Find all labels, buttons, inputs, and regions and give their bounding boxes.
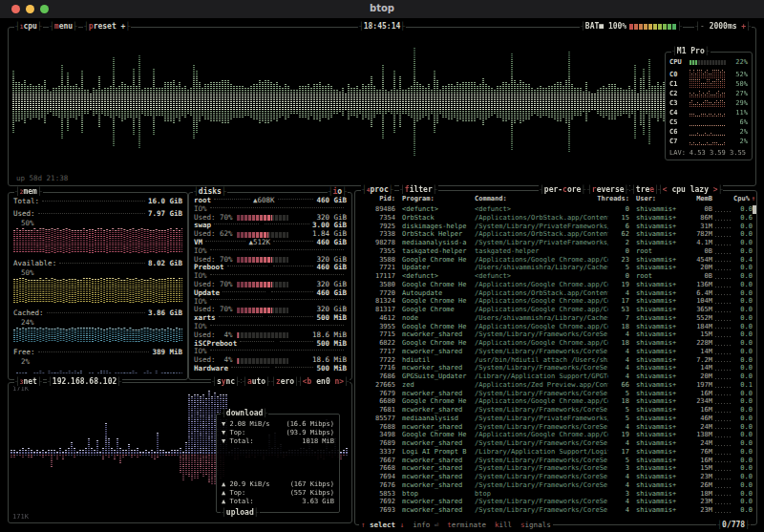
memory-field-row: Total: 16.0 GiB — [13, 197, 182, 206]
process-row[interactable]: 89486 <defunct> <defunct> 0 shivammis+ 0… — [359, 205, 753, 214]
process-row[interactable]: 7925 diskimages-helpe /System/Library/Pr… — [359, 223, 753, 231]
process-row[interactable]: 7721 Updater /Users/shivammishra/Library… — [359, 264, 753, 272]
process-threads: 62 — [608, 230, 629, 239]
core-usage-graph — [690, 98, 726, 107]
header-cpu[interactable]: Cpu% — [733, 195, 750, 203]
process-cpu-percent: 0.0 — [733, 473, 753, 481]
upload-stat-value: (557 Kibps) — [290, 489, 334, 498]
per-core-toggle[interactable]: per-core — [539, 185, 586, 195]
io-mode-button[interactable]: io — [328, 187, 348, 197]
dotted-leader — [278, 199, 314, 200]
process-threads: 4 — [608, 364, 629, 372]
process-mem: 16M — [684, 390, 712, 398]
process-row[interactable]: 3955 Google Chrome He /Applications/Goog… — [359, 323, 753, 331]
header-pid[interactable]: Pid: — [359, 195, 395, 203]
process-row[interactable]: 98278 mediaanalysisd-a /System/Library/P… — [359, 239, 753, 247]
process-program: OrbStack Helper — [402, 230, 473, 239]
process-row[interactable]: 81317 Google Chrome /Applications/Google… — [359, 306, 753, 314]
header-command[interactable]: Command: — [475, 195, 566, 203]
process-row[interactable]: 3580 Google Chrome He /Applications/Goog… — [359, 281, 753, 289]
process-command: /System/Library/Frameworks/CoreServi — [475, 506, 608, 515]
interface-switcher[interactable]: <b en0 n> — [297, 377, 350, 387]
process-command: /System/Library/Frameworks/CoreServi — [475, 423, 608, 432]
tree-toggle[interactable]: tree — [630, 185, 660, 195]
process-row[interactable]: 7681 mcworker_shared /System/Library/Fra… — [359, 406, 753, 415]
process-cpu-percent: 0.0 — [733, 323, 753, 331]
process-row[interactable]: 3337 Logi AI Prompt B /Library/Applicati… — [359, 448, 753, 457]
disk-used-bar — [237, 332, 288, 338]
process-command: /Users/shivammishra/Library/Caches/d — [475, 264, 608, 272]
disk-size: 460 GiB — [316, 197, 347, 205]
menu-button[interactable]: menu — [49, 22, 78, 32]
process-row[interactable]: 7676 mcworker_shared /System/Library/Fra… — [359, 481, 753, 490]
process-row[interactable]: 4612 node /Users/shivammishra/Library/Ca… — [359, 314, 753, 323]
process-row[interactable]: 5853 btop btop 3 shivammis+ 18M 0.0 — [359, 490, 753, 499]
process-row[interactable]: 7338 OrbStack Helper /Applications/OrbSt… — [359, 230, 753, 239]
process-pid: 7681 — [359, 406, 395, 415]
process-command: /System/Library/Frameworks/CoreServi — [475, 439, 608, 448]
dotted-leader — [210, 249, 344, 250]
process-row[interactable]: 7686 GPGSuite_Updater /Library/Applicati… — [359, 372, 753, 381]
process-row[interactable]: 3588 Google Chrome He /Applications/Goog… — [359, 256, 753, 265]
process-mem: 24M — [684, 439, 712, 448]
process-row[interactable]: 7717 mcworker_shared /System/Library/Fra… — [359, 348, 753, 356]
header-user[interactable]: User: — [636, 195, 684, 203]
process-row[interactable]: 7715 mcworker_shared /System/Library/Fra… — [359, 330, 753, 339]
process-keybind-hints[interactable]: ↑ select ↓ info ⏎ terminate kill signals — [359, 521, 553, 530]
process-row[interactable]: 81324 Google Chrome He /Applications/Goo… — [359, 297, 753, 306]
disk-name-row: root ▲608K 460 GiB — [194, 197, 347, 205]
process-row[interactable]: 7355 taskgated-helper taskgated-helper 0… — [359, 247, 753, 256]
process-program: Updater — [402, 264, 473, 272]
sort-selector[interactable]: < cpu lazy > — [657, 185, 723, 195]
process-pid: 81317 — [359, 306, 395, 314]
process-cpu-percent: 0.0 — [733, 490, 753, 499]
process-pid: 7338 — [359, 230, 395, 239]
zero-button[interactable]: zero — [270, 377, 300, 387]
process-row[interactable]: 7667 mcworker_shared /System/Library/Fra… — [359, 457, 753, 465]
memory-usage-graph — [13, 367, 182, 374]
process-row[interactable]: 7716 mcworker_shared /System/Library/Fra… — [359, 364, 753, 372]
filter-button[interactable]: filter — [399, 185, 438, 195]
memory-field-value: 7.97 GiB — [148, 209, 182, 219]
process-row[interactable]: 6822 Google Chrome He /Applications/Goog… — [359, 339, 753, 348]
header-program[interactable]: Program: — [402, 195, 473, 203]
auto-button[interactable]: auto — [242, 377, 271, 387]
process-row[interactable]: 6680 Google Chrome He /Applications/Goog… — [359, 397, 753, 406]
process-row[interactable]: 17117 <defunct> <defunct> 0 root 0B 0.0 — [359, 272, 753, 281]
load-average-label: LAV: — [669, 148, 686, 158]
preset-button[interactable]: preset + — [83, 22, 131, 32]
process-row[interactable]: 85577 mediaanalysisd /System/Library/Pri… — [359, 415, 753, 423]
process-row[interactable]: 7688 mcworker_shared /System/Library/Fra… — [359, 423, 753, 432]
process-mem: 454M — [684, 256, 712, 265]
process-row[interactable]: 7692 mcworker_shared /System/Library/Fra… — [359, 498, 753, 506]
process-row[interactable]: 7722 hdiutil /usr/bin/hdiutil attach /Us… — [359, 356, 753, 365]
sync-button[interactable]: sync — [211, 377, 241, 387]
process-row[interactable]: 7668 mcworker_shared /System/Library/Fra… — [359, 464, 753, 473]
upload-label: upload — [221, 508, 260, 518]
process-row[interactable]: 7693 mcworker_shared /System/Library/Fra… — [359, 506, 753, 515]
process-panel: 4proc filter per-core reverse tree < cpu… — [354, 190, 757, 525]
process-mem: 14M — [684, 364, 712, 372]
process-user: shivammis+ — [636, 431, 684, 439]
header-mem[interactable]: MemB — [684, 195, 712, 203]
process-row[interactable]: 7720 Autoupdate /Applications/OrbStack.a… — [359, 289, 753, 298]
sort-direction-icon[interactable]: ↑ — [752, 195, 755, 203]
header-threads[interactable]: Threads: — [566, 195, 629, 203]
process-user: shivammis+ — [636, 423, 684, 432]
core-row: C6 2% — [669, 127, 748, 137]
process-program: node — [402, 314, 473, 323]
process-row[interactable]: 7694 mcworker_shared /System/Library/Fra… — [359, 473, 753, 481]
process-pid: 6680 — [359, 397, 395, 406]
process-row[interactable]: 27665 zed /Applications/Zed Preview.app/… — [359, 381, 753, 390]
process-row[interactable]: 7689 mcworker_shared /System/Library/Fra… — [359, 439, 753, 448]
reverse-toggle[interactable]: reverse — [586, 185, 629, 195]
process-row[interactable]: 3498 Google Chrome He /Applications/Goog… — [359, 431, 753, 439]
upload-stat-label: ▲ Total: — [222, 498, 254, 506]
process-program: mediaanalysisd-a — [402, 239, 473, 247]
process-row[interactable]: 7354 OrbStack /Applications/OrbStack.app… — [359, 214, 753, 223]
process-scrollbar[interactable] — [753, 205, 756, 214]
process-mem: 0B — [684, 205, 712, 214]
process-threads: 18 — [608, 339, 629, 348]
update-interval-control[interactable]: - 2000ms + — [694, 22, 752, 32]
process-row[interactable]: 7679 mcworker_shared /System/Library/Fra… — [359, 390, 753, 398]
